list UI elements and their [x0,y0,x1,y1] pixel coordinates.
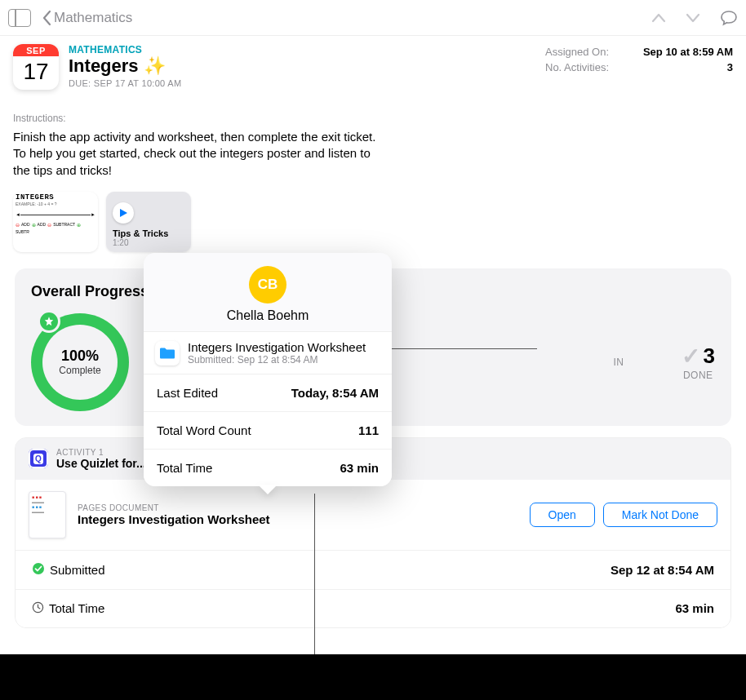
calendar-icon: SEP 17 [13,44,59,90]
clock-icon [32,601,44,616]
assignment-due: DUE: SEP 17 AT 10:00 AM [69,78,181,88]
activities-count-value: 3 [727,61,733,73]
svg-point-0 [33,563,44,574]
open-button[interactable]: Open [530,503,595,527]
attachment-audio-duration: 1:20 [113,238,184,247]
popover-last-edited-label: Last Edited [157,386,218,400]
star-badge-icon [38,310,60,333]
submitted-check-icon [32,562,45,578]
popover-word-count-value: 111 [358,423,379,437]
student-progress-popover: CB Chella Boehm Integers Investigation W… [144,253,392,486]
calendar-day: 17 [13,56,59,87]
chat-bubble-icon[interactable] [720,10,738,26]
submitted-row: Submitted Sep 12 at 8:54 AM [16,550,730,589]
folder-icon [155,341,180,366]
chevron-up-icon[interactable] [651,12,666,24]
popover-last-edited-value: Today, 8:54 AM [291,386,379,400]
callout-line [390,348,537,349]
student-name: Chella Boehm [144,308,392,323]
chevron-down-icon[interactable] [686,12,700,24]
submitted-value: Sep 12 at 8:54 AM [611,563,714,577]
assigned-on-value: Sep 10 at 8:59 AM [643,46,733,58]
activity-title: Use Quizlet for... [56,457,146,470]
progress-percent: 100% [61,348,99,365]
activity-label: ACTIVITY 1 [56,448,146,457]
activities-count-label: No. Activities: [545,61,609,73]
attachment-audio[interactable]: Tips & Tricks 1:20 [106,192,191,252]
student-avatar: CB [249,266,286,303]
chevron-left-icon [41,10,52,26]
popover-total-time-label: Total Time [157,461,212,475]
footer-overlay [0,654,746,700]
back-label: Mathematics [54,10,132,26]
progress-stat-in: IN [614,357,624,368]
total-time-row: Total Time 63 min [16,589,730,627]
back-button[interactable]: Mathematics [41,10,132,26]
checkmark-icon: ✓ [682,343,700,370]
submitted-label: Submitted [50,563,105,577]
progress-donut: 100% Complete [31,313,129,411]
sidebar-toggle-icon[interactable] [8,9,31,27]
popover-file-submitted: Submitted: Sep 12 at 8:54 AM [188,354,366,366]
quizlet-app-icon: Q [29,449,48,468]
popover-word-count-row: Total Word Count 111 [144,412,392,450]
instructions-text: Finish the app activity and worksheet, t… [13,129,389,179]
popover-total-time-row: Total Time 63 min [144,450,392,486]
popover-file-row[interactable]: Integers Investigation Worksheet Submitt… [144,331,392,374]
document-row: ■ ■ ■ ▬▬▬ ■ ■ ■ ▬▬▬ PAGES DOCUMENT Integ… [16,480,730,550]
play-icon [113,202,134,224]
progress-stat-done: ✓3 DONE [682,343,715,381]
top-navigation-bar: Mathematics [0,0,746,36]
progress-percent-label: Complete [59,365,100,376]
calendar-month: SEP [13,44,59,56]
popover-total-time-value: 63 min [340,461,379,475]
assignment-title: Integers ✨ [69,55,181,77]
document-name: Integers Investigation Worksheet [78,512,270,526]
assignment-category: MATHEMATICS [69,44,181,55]
popover-word-count-label: Total Word Count [157,423,251,437]
assignment-meta: Assigned On: Sep 10 at 8:59 AM No. Activ… [545,44,733,75]
document-type-label: PAGES DOCUMENT [78,503,270,512]
total-time-value: 63 min [675,601,714,615]
assignment-header: SEP 17 MATHEMATICS Integers ✨ DUE: SEP 1… [13,44,733,90]
document-thumbnail-icon[interactable]: ■ ■ ■ ▬▬▬ ■ ■ ■ ▬▬▬ [29,491,66,538]
popover-last-edited-row: Last Edited Today, 8:54 AM [144,374,392,412]
total-time-label: Total Time [49,601,104,615]
assigned-on-label: Assigned On: [545,46,609,58]
sparkle-icon: ✨ [144,55,166,77]
popover-file-title: Integers Investigation Worksheet [188,340,366,354]
mark-not-done-button[interactable]: Mark Not Done [603,503,717,527]
attachment-poster[interactable]: INTEGERS EXAMPLE: -10 + 4 = ? ◄► ⊖ADD ⊕A… [13,192,98,252]
instructions-label: Instructions: [13,113,733,124]
attachment-audio-title: Tips & Tricks [113,228,184,238]
